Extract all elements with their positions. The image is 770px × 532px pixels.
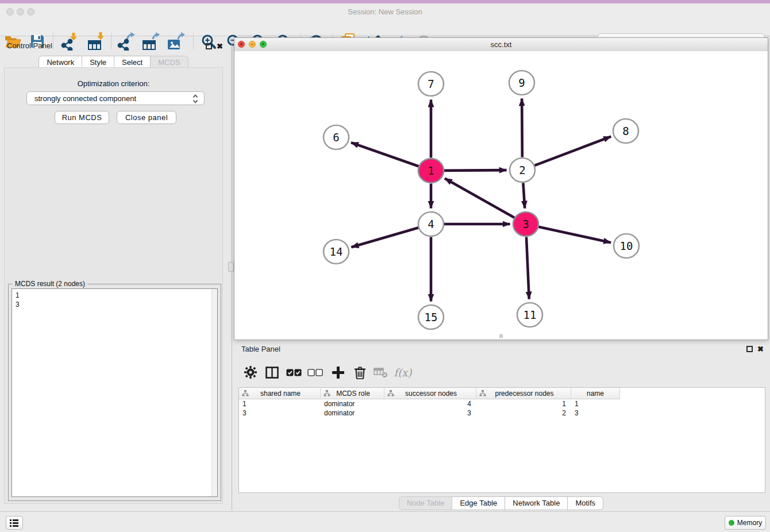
titlebar: Session: New Session <box>0 3 770 16</box>
table-cell[interactable]: 1 <box>239 400 321 408</box>
svg-text:4: 4 <box>428 218 434 230</box>
list-icon <box>9 518 20 528</box>
export-image-icon[interactable] <box>166 32 186 51</box>
graph-edge-2-9[interactable] <box>522 98 522 157</box>
graph-node-15[interactable]: 15 <box>418 305 444 329</box>
table-cell[interactable]: 1 <box>571 400 620 408</box>
table-settings-icon[interactable] <box>240 362 261 383</box>
table-row[interactable]: 3dominator323 <box>239 408 765 418</box>
select-all-icon[interactable] <box>283 362 304 383</box>
mcds-panel: Optimization criterion: strongly connect… <box>4 67 223 504</box>
import-network-icon[interactable] <box>59 32 79 51</box>
control-panel-title: Control Panel <box>7 41 52 50</box>
network-window-titlebar[interactable]: × − + scc.txt <box>234 38 768 52</box>
table-cell[interactable]: 3 <box>384 409 476 417</box>
control-panel-close-icon[interactable]: ✖ <box>217 42 223 51</box>
graph-edge-1-2[interactable] <box>444 170 506 171</box>
table-panel-close-icon[interactable]: ✖ <box>757 345 764 353</box>
criterion-dropdown[interactable]: strongly connected component <box>26 91 205 105</box>
export-table-icon[interactable] <box>141 32 160 51</box>
graph-edge-3-1[interactable] <box>445 179 514 218</box>
delete-table-icon <box>370 362 391 383</box>
tab-network-table[interactable]: Network Table <box>505 496 568 510</box>
control-panel-float-icon[interactable] <box>206 43 212 49</box>
deselect-all-icon[interactable] <box>305 362 325 383</box>
table-panel-tabs: Node TableEdge TableNetwork TableMotifs <box>234 496 768 510</box>
mcds-result-group: MCDS result (2 nodes) 13 <box>8 284 221 501</box>
graph-edge-1-6[interactable] <box>351 142 419 166</box>
graph-edge-4-14[interactable] <box>351 228 418 247</box>
graph-edge-3-10[interactable] <box>538 227 611 242</box>
svg-text:10: 10 <box>620 240 633 252</box>
mcds-result-title: MCDS result (2 nodes) <box>13 280 87 288</box>
network-window-title: scc.txt <box>234 40 768 49</box>
task-history-button[interactable] <box>6 516 23 530</box>
graph-node-11[interactable]: 11 <box>517 303 542 327</box>
toolbar-separator <box>193 33 194 49</box>
export-network-icon[interactable] <box>116 32 136 51</box>
table-cell[interactable]: 4 <box>384 400 476 408</box>
table-cell[interactable]: 2 <box>476 409 571 417</box>
show-columns-icon[interactable] <box>261 362 282 383</box>
tab-node-table[interactable]: Node Table <box>399 496 453 510</box>
node-table[interactable]: shared nameMCDS rolesuccessor nodesprede… <box>238 387 765 493</box>
add-row-icon[interactable] <box>328 362 348 383</box>
tab-edge-table[interactable]: Edge Table <box>452 496 505 510</box>
toolbar-separator <box>53 33 53 49</box>
table-cell[interactable]: dominator <box>321 400 384 408</box>
svg-text:11: 11 <box>523 309 537 321</box>
memory-button[interactable]: Memory <box>725 516 766 530</box>
graph-node-6[interactable]: 6 <box>324 125 349 149</box>
mcds-result-textarea[interactable]: 13 <box>11 288 218 497</box>
graph-node-8[interactable]: 8 <box>613 119 638 143</box>
table-panel-title: Table Panel <box>241 345 280 353</box>
table-body: 1dominator4113dominator323 <box>239 399 765 418</box>
tab-motifs[interactable]: Motifs <box>568 496 603 510</box>
function-builder-icon: f(x) <box>392 362 413 383</box>
column-header-predecessor-nodes[interactable]: predecessor nodes <box>476 388 571 399</box>
application-window: Session: New Session <box>0 0 770 532</box>
svg-text:14: 14 <box>330 245 343 258</box>
svg-text:15: 15 <box>425 311 438 323</box>
table-cell[interactable]: 1 <box>476 400 571 408</box>
run-mcds-button[interactable]: Run MCDS <box>55 111 109 124</box>
graph-node-9[interactable]: 9 <box>509 71 534 95</box>
criterion-value: strongly connected component <box>34 94 136 103</box>
graph-edge-3-11[interactable] <box>526 237 529 299</box>
import-table-icon[interactable] <box>86 32 106 51</box>
table-cell[interactable]: 3 <box>571 409 620 417</box>
graph-node-2[interactable]: 2 <box>510 158 535 182</box>
mcds-result-scrollbar[interactable] <box>211 289 217 496</box>
graph-node-10[interactable]: 10 <box>614 234 639 258</box>
splitter-handle[interactable] <box>228 262 234 272</box>
table-cell[interactable]: dominator <box>321 409 384 417</box>
mcds-result-line: 1 <box>16 291 214 300</box>
close-panel-button[interactable]: Close panel <box>117 111 176 124</box>
column-header-mcds-role[interactable]: MCDS role <box>321 388 384 399</box>
mcds-result-line: 3 <box>16 300 214 309</box>
graph-node-3[interactable]: 3 <box>513 212 538 236</box>
network-canvas[interactable]: 1234678910111415 <box>234 51 768 340</box>
delete-row-icon[interactable] <box>349 362 370 383</box>
svg-text:9: 9 <box>518 76 525 89</box>
graph-node-4[interactable]: 4 <box>418 212 444 236</box>
table-row[interactable]: 1dominator411 <box>239 399 765 408</box>
table-cell[interactable]: 3 <box>239 409 321 417</box>
window-title: Session: New Session <box>0 7 770 16</box>
column-header-successor-nodes[interactable]: successor nodes <box>384 388 476 399</box>
vertical-splitter[interactable] <box>232 37 232 510</box>
svg-text:1: 1 <box>428 164 434 177</box>
network-view-window: × − + scc.txt 1234678910111415 <box>234 37 768 340</box>
column-header-shared-name[interactable]: shared name <box>239 388 321 399</box>
graph-node-14[interactable]: 14 <box>324 240 349 264</box>
network-resize-handle[interactable] <box>499 334 503 338</box>
graph-node-7[interactable]: 7 <box>418 72 444 96</box>
graph-node-1[interactable]: 1 <box>418 159 444 183</box>
column-header-name[interactable]: name <box>571 388 620 399</box>
graph-edge-2-3[interactable] <box>523 183 525 208</box>
table-panel-float-icon[interactable] <box>746 346 753 352</box>
graph-edge-2-8[interactable] <box>534 137 611 165</box>
svg-text:7: 7 <box>428 78 434 90</box>
svg-text:6: 6 <box>333 131 339 144</box>
status-bar: Memory <box>0 511 770 532</box>
